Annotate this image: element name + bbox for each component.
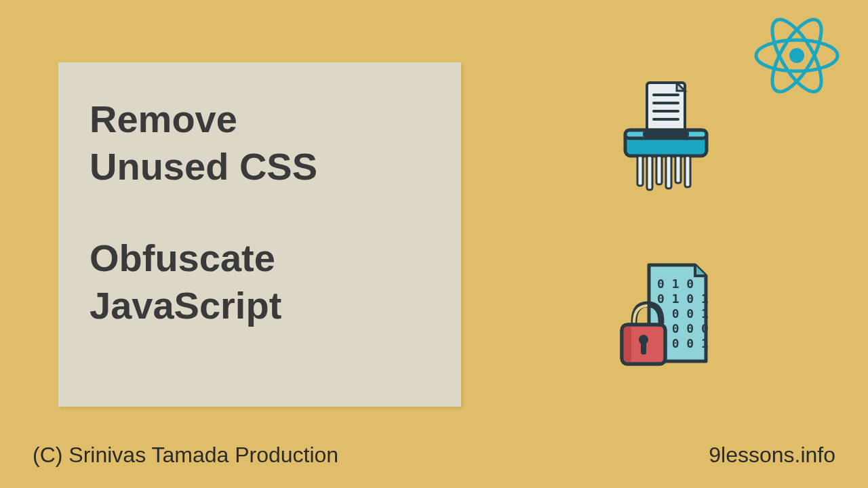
encrypted-file-lock-icon: 0 1 0 0 1 0 1 1 0 0 1 1 0 0 0 1 0 0 1	[614, 261, 712, 375]
svg-rect-14	[656, 156, 662, 184]
content-box: Remove Unused CSS Obfuscate JavaScript	[58, 62, 461, 407]
svg-point-3	[789, 48, 804, 63]
svg-text:1 0 0 1: 1 0 0 1	[657, 306, 709, 321]
title-group-1: Remove Unused CSS	[90, 98, 430, 189]
svg-rect-13	[647, 156, 652, 190]
svg-text:0 1 0 1: 0 1 0 1	[657, 291, 709, 306]
svg-rect-15	[666, 156, 671, 188]
title-group-2: Obfuscate JavaScript	[90, 237, 430, 328]
svg-rect-11	[643, 131, 689, 137]
title-line-1: Remove	[90, 98, 430, 141]
site-name: 9lessons.info	[709, 443, 835, 468]
svg-rect-16	[675, 156, 681, 183]
title-line-4: JavaScript	[90, 284, 430, 327]
svg-text:0 1 0: 0 1 0	[657, 277, 694, 291]
copyright-text: (C) Srinivas Tamada Production	[33, 443, 338, 468]
title-line-3: Obfuscate	[90, 237, 430, 280]
title-line-2: Unused CSS	[90, 145, 430, 188]
react-logo-icon	[753, 16, 841, 98]
svg-rect-27	[641, 341, 646, 354]
svg-rect-12	[637, 156, 643, 186]
svg-rect-17	[685, 156, 690, 187]
shredder-icon	[618, 81, 713, 196]
